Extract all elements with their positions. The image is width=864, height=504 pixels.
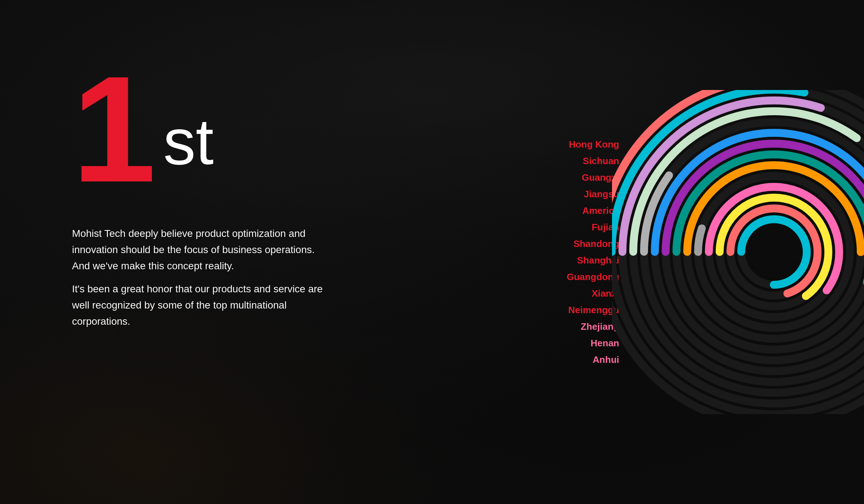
chart-label-item: Neimenggu	[567, 302, 619, 318]
chart-label-item: Guangdong	[567, 269, 619, 285]
left-panel: 1 st Mohist Tech deeply believe product …	[0, 0, 475, 504]
chart-label-item: Zhejiang	[567, 318, 619, 335]
chart-label-item: Hong Kong	[567, 136, 619, 153]
main-content: 1 st Mohist Tech deeply believe product …	[0, 0, 864, 504]
radial-chart	[612, 90, 864, 414]
chart-labels: Hong KongSichuanGuangxiJiangsuAmericaFuj…	[567, 136, 619, 368]
chart-label-text: Neimenggu	[568, 305, 619, 316]
chart-label-item: America	[567, 202, 619, 219]
chart-label-text: Hong Kong	[569, 139, 619, 150]
chart-container	[612, 90, 864, 414]
chart-label-item: Guangxi	[567, 169, 619, 186]
rank-number: 1	[72, 65, 156, 193]
chart-label-item: Xianxi	[567, 285, 619, 302]
right-panel: Hong KongSichuanGuangxiJiangsuAmericaFuj…	[475, 0, 864, 504]
chart-label-item: Henan	[567, 335, 619, 351]
rank-suffix: st	[163, 104, 214, 179]
description-block: Mohist Tech deeply believe product optim…	[72, 226, 324, 330]
description-text-1: Mohist Tech deeply believe product optim…	[72, 226, 324, 274]
chart-label-item: Anhui	[567, 351, 619, 368]
chart-label-item: Shanghai	[567, 252, 619, 269]
chart-label-item: Shandong	[567, 235, 619, 252]
rank-display: 1 st	[72, 65, 439, 193]
chart-label-text: Guangdong	[567, 271, 619, 283]
chart-label-item: Sichuan	[567, 153, 619, 169]
chart-label-item: Fujian	[567, 219, 619, 235]
description-text-2: It's been a great honor that our product…	[72, 281, 324, 329]
chart-label-item: Jiangsu	[567, 186, 619, 202]
